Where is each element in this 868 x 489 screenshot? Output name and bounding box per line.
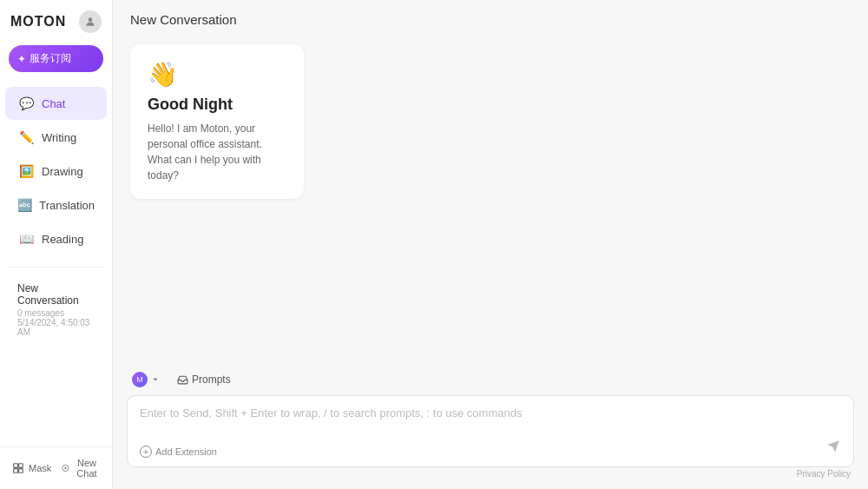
- prompts-icon: [177, 374, 188, 386]
- sidebar-item-writing[interactable]: ✏️ Writing: [5, 121, 107, 154]
- send-button[interactable]: [822, 435, 845, 458]
- chat-label: Chat: [42, 97, 65, 110]
- conversation-title: New Conversation: [17, 282, 95, 307]
- conversation-meta: 0 messages 5/14/2024, 4:50:03 AM: [17, 308, 95, 337]
- drawing-icon: 🖼️: [17, 162, 35, 180]
- model-selector-button[interactable]: M: [127, 369, 165, 390]
- drawing-label: Drawing: [42, 165, 83, 178]
- chevron-down-icon: [151, 375, 160, 384]
- svg-point-0: [89, 17, 93, 22]
- writing-icon: ✏️: [17, 129, 35, 146]
- main-content: New Conversation 👋 Good Night Hello! I a…: [113, 0, 868, 489]
- welcome-title: Good Night: [148, 96, 286, 114]
- app-logo: MOTON: [10, 14, 66, 30]
- sidebar-item-drawing[interactable]: 🖼️ Drawing: [5, 155, 107, 188]
- translation-icon: 🔤: [17, 196, 32, 214]
- reading-icon: 📖: [17, 230, 35, 248]
- welcome-emoji: 👋: [148, 60, 286, 89]
- plus-icon: +: [140, 446, 152, 458]
- sidebar-item-chat[interactable]: 💬 Chat: [5, 87, 107, 120]
- sidebar-header: MOTON: [0, 0, 112, 40]
- sidebar-bottom: Mask New Chat: [0, 446, 112, 489]
- chat-area: 👋 Good Night Hello! I am Moton, your per…: [113, 36, 868, 362]
- mask-label: Mask: [29, 463, 51, 473]
- conversation-item[interactable]: New Conversation 0 messages 5/14/2024, 4…: [5, 275, 107, 344]
- welcome-card: 👋 Good Night Hello! I am Moton, your per…: [130, 44, 304, 199]
- page-title: New Conversation: [113, 0, 868, 36]
- new-chat-button[interactable]: New Chat: [62, 458, 100, 479]
- sidebar-item-translation[interactable]: 🔤 Translation: [5, 188, 107, 221]
- prompts-button[interactable]: Prompts: [172, 371, 236, 388]
- avatar[interactable]: [79, 10, 102, 33]
- translation-label: Translation: [39, 199, 95, 212]
- welcome-subtitle: Hello! I am Moton, your personal office …: [148, 121, 286, 183]
- privacy-policy-link[interactable]: Privacy Policy: [127, 467, 854, 479]
- send-icon: [826, 439, 840, 453]
- chat-icon: 💬: [17, 95, 35, 112]
- reading-label: Reading: [42, 233, 83, 246]
- add-extension-button[interactable]: + Add Extension: [140, 446, 217, 458]
- input-area: M Prompts + Add Extension Privacy Policy: [113, 362, 868, 489]
- input-box: + Add Extension: [127, 395, 854, 467]
- writing-label: Writing: [42, 131, 76, 144]
- prompts-label: Prompts: [192, 373, 231, 386]
- model-icon: M: [132, 372, 148, 387]
- sidebar-divider: [9, 267, 103, 268]
- svg-rect-3: [14, 469, 18, 473]
- upgrade-button[interactable]: ✦ 服务订阅: [9, 45, 103, 72]
- sidebar-item-reading[interactable]: 📖 Reading: [5, 222, 107, 255]
- add-extension-label: Add Extension: [155, 446, 217, 457]
- upgrade-icon: ✦: [17, 53, 26, 65]
- chat-input[interactable]: [140, 405, 819, 439]
- svg-rect-4: [19, 469, 23, 473]
- svg-rect-2: [19, 464, 23, 468]
- mask-button[interactable]: Mask: [12, 462, 51, 474]
- sidebar-nav: 💬 Chat ✏️ Writing 🖼️ Drawing 🔤 Translati…: [0, 83, 112, 260]
- new-chat-label: New Chat: [74, 458, 100, 479]
- svg-rect-1: [14, 464, 18, 468]
- sidebar: MOTON ✦ 服务订阅 💬 Chat ✏️ Writing 🖼️ Drawin…: [0, 0, 113, 489]
- input-toolbar: M Prompts: [127, 369, 854, 390]
